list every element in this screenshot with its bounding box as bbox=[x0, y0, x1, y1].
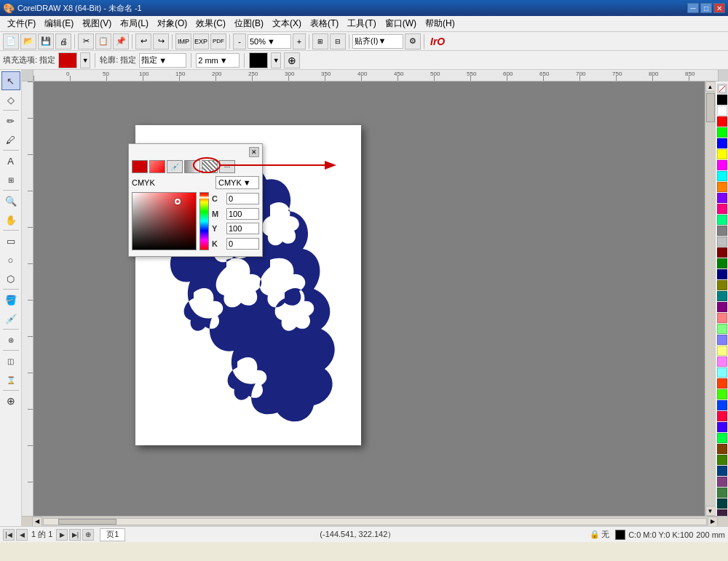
fill-tool[interactable]: 🪣 bbox=[1, 290, 20, 309]
snap-dropdown[interactable]: 贴齐(I)▼ bbox=[352, 34, 403, 49]
menu-window[interactable]: 窗口(W) bbox=[381, 16, 421, 31]
palette-color-24[interactable] bbox=[717, 357, 727, 367]
palette-color-37[interactable] bbox=[717, 498, 727, 509]
cp-hue-bar[interactable] bbox=[199, 192, 209, 250]
color-picker-close[interactable]: ✕ bbox=[249, 147, 259, 157]
zoom-out-button[interactable]: - bbox=[233, 33, 246, 49]
shadow-tool[interactable]: ◫ bbox=[1, 351, 20, 370]
palette-color-36[interactable] bbox=[717, 488, 727, 498]
page-tab[interactable]: 页1 bbox=[100, 528, 125, 541]
ellipse-tool[interactable]: ○ bbox=[1, 250, 20, 269]
view-full-button[interactable]: ⊞ bbox=[312, 33, 328, 49]
cut-button[interactable]: ✂ bbox=[78, 33, 94, 49]
export-button[interactable]: EXP bbox=[193, 33, 209, 49]
palette-color-28[interactable] bbox=[717, 400, 727, 410]
more-swatches-icon[interactable]: ··· bbox=[219, 160, 235, 173]
menu-file[interactable]: 文件(F) bbox=[3, 16, 40, 31]
palette-color-5[interactable] bbox=[717, 149, 727, 159]
menu-edit[interactable]: 编辑(E) bbox=[40, 16, 78, 31]
blend-tool[interactable]: ⌛ bbox=[1, 370, 20, 389]
menu-object[interactable]: 对象(O) bbox=[153, 16, 191, 31]
size-dropdown[interactable]: 2 mm ▼ bbox=[196, 53, 240, 68]
cp-mode-dropdown[interactable]: CMYK ▼ bbox=[215, 176, 259, 189]
menu-tools[interactable]: 工具(T) bbox=[343, 16, 380, 31]
palette-color-4[interactable] bbox=[717, 138, 727, 148]
palette-color-9[interactable] bbox=[717, 193, 727, 203]
pattern-swatch-icon[interactable] bbox=[202, 160, 218, 173]
menu-bitmap[interactable]: 位图(B) bbox=[230, 16, 268, 31]
add-page-button[interactable]: ⊕ bbox=[82, 529, 94, 541]
palette-no-fill[interactable] bbox=[717, 84, 727, 94]
polygon-tool[interactable]: ⬡ bbox=[1, 269, 20, 288]
add-button[interactable]: ⊕ bbox=[284, 52, 300, 68]
outline-color-dropdown[interactable]: ▼ bbox=[271, 52, 281, 68]
shape-tool[interactable]: ◇ bbox=[1, 90, 20, 109]
scroll-right-button[interactable]: ▶ bbox=[708, 517, 718, 527]
palette-color-8[interactable] bbox=[717, 182, 727, 192]
palette-color-18[interactable] bbox=[717, 291, 727, 301]
print-button[interactable]: 🖨 bbox=[55, 33, 71, 49]
palette-color-2[interactable] bbox=[717, 116, 727, 127]
prev-page-button[interactable]: ◀ bbox=[16, 529, 28, 541]
first-page-button[interactable]: |◀ bbox=[3, 529, 15, 541]
swatch-red[interactable] bbox=[132, 160, 148, 173]
next-page-button[interactable]: ▶ bbox=[56, 529, 68, 541]
palette-color-25[interactable] bbox=[717, 367, 727, 378]
menu-table[interactable]: 表格(T) bbox=[306, 16, 343, 31]
y-input[interactable] bbox=[226, 223, 259, 234]
hand-tool[interactable]: ✋ bbox=[1, 210, 20, 229]
palette-color-21[interactable] bbox=[717, 324, 727, 334]
menu-view[interactable]: 视图(V) bbox=[78, 16, 116, 31]
scroll-h-track[interactable] bbox=[43, 518, 707, 525]
k-input[interactable] bbox=[226, 238, 259, 250]
palette-color-38[interactable] bbox=[717, 509, 727, 517]
freehand-tool[interactable]: ✏ bbox=[1, 111, 20, 130]
view-outline-button[interactable]: ⊟ bbox=[330, 33, 346, 49]
zoom-in-button[interactable]: + bbox=[293, 33, 306, 49]
cp-color-box[interactable] bbox=[132, 192, 197, 250]
zoom-dropdown[interactable]: 50% ▼ bbox=[248, 34, 291, 49]
m-input[interactable] bbox=[226, 208, 259, 220]
fill-color-swatch[interactable] bbox=[58, 52, 77, 68]
palette-color-20[interactable] bbox=[717, 313, 727, 323]
scroll-down-button[interactable]: ▼ bbox=[705, 506, 716, 516]
palette-color-10[interactable] bbox=[717, 204, 727, 214]
redo-button[interactable]: ↪ bbox=[153, 33, 169, 49]
palette-color-0[interactable] bbox=[717, 95, 727, 105]
palette-color-34[interactable] bbox=[717, 466, 727, 476]
copy-button[interactable]: 📋 bbox=[95, 33, 111, 49]
open-button[interactable]: 📂 bbox=[20, 33, 36, 49]
menu-text[interactable]: 文本(X) bbox=[268, 16, 306, 31]
menu-layout[interactable]: 布局(L) bbox=[116, 16, 153, 31]
palette-color-32[interactable] bbox=[717, 444, 727, 454]
minimize-button[interactable]: ─ bbox=[687, 3, 699, 13]
settings-button[interactable]: ⚙ bbox=[405, 33, 421, 49]
select-tool[interactable]: ↖ bbox=[1, 71, 20, 90]
scroll-left-button[interactable]: ◀ bbox=[32, 517, 42, 527]
palette-color-22[interactable] bbox=[717, 335, 727, 345]
close-button[interactable]: ✕ bbox=[713, 3, 725, 13]
add-page-btn[interactable]: ⊕ bbox=[1, 391, 20, 410]
palette-color-1[interactable] bbox=[717, 106, 727, 116]
palette-color-35[interactable] bbox=[717, 477, 727, 487]
fill-dropdown[interactable]: ▼ bbox=[80, 52, 90, 68]
save-button[interactable]: 💾 bbox=[38, 33, 54, 49]
palette-color-29[interactable] bbox=[717, 411, 727, 421]
palette-color-11[interactable] bbox=[717, 215, 727, 225]
outline-color-swatch[interactable] bbox=[249, 52, 268, 68]
canvas-scroll[interactable]: ✕ 💉 ··· CMYK CMYK ▼ bbox=[33, 81, 705, 516]
rect-tool[interactable]: ▭ bbox=[1, 231, 20, 250]
zoom-tool[interactable]: 🔍 bbox=[1, 191, 20, 210]
palette-color-7[interactable] bbox=[717, 171, 727, 181]
eyedropper-tool[interactable]: 💉 bbox=[1, 309, 20, 328]
pdf-button[interactable]: PDF bbox=[210, 33, 226, 49]
c-input[interactable] bbox=[226, 193, 259, 204]
scroll-thumb[interactable] bbox=[706, 93, 715, 122]
import-button[interactable]: IMP bbox=[175, 33, 191, 49]
palette-color-12[interactable] bbox=[717, 226, 727, 236]
palette-color-17[interactable] bbox=[717, 280, 727, 290]
palette-color-14[interactable] bbox=[717, 247, 727, 258]
undo-button[interactable]: ↩ bbox=[135, 33, 151, 49]
palette-color-33[interactable] bbox=[717, 455, 727, 465]
gradient-swatch-icon[interactable] bbox=[184, 160, 200, 173]
